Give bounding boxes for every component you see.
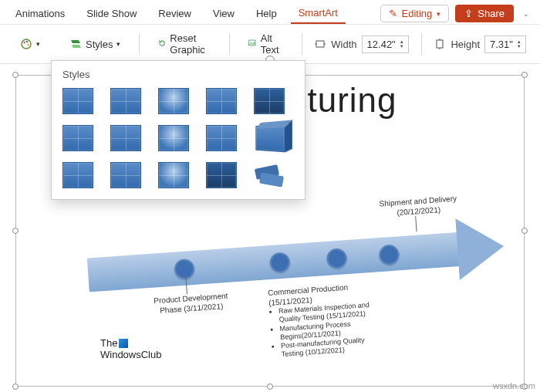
chevron-down-icon: ▾ [36,40,40,48]
tab-right-group: ✎ Editing ▾ ⇪ Share ⌄ [380,5,532,22]
tab-animations[interactable]: Animations [8,4,73,23]
palette-icon [20,38,32,50]
style-option[interactable] [158,162,189,188]
logo-line1: The [100,337,117,349]
callout-line [185,275,187,294]
width-spinner[interactable]: ▴▾ [400,39,403,49]
callout-commercial-production: Commercial Production (15/11/2021) Raw M… [268,281,380,360]
separator [139,33,140,55]
watermark: wsxdn.com [493,381,535,390]
pencil-icon: ✎ [389,8,397,19]
resize-handle[interactable] [12,384,19,390]
style-option[interactable] [254,88,285,114]
windowsclub-logo: The WindowsClub [100,337,161,360]
width-value: 12.42" [367,39,396,50]
tab-help[interactable]: Help [248,4,285,23]
style-option[interactable] [110,125,141,151]
styles-icon [69,38,82,50]
share-label: Share [478,8,505,19]
styles-button[interactable]: Styles ▾ [63,35,127,53]
tab-smartart[interactable]: SmartArt [291,3,346,24]
svg-point-5 [250,42,251,43]
height-input[interactable]: 7.31" ▴▾ [484,35,526,53]
callout-bullets: Raw Materials Inspection and Quality Tes… [278,300,380,359]
style-grid [62,88,294,188]
share-button[interactable]: ⇪ Share [455,5,514,22]
width-label: Width [331,39,356,50]
reset-icon [158,38,166,50]
style-option[interactable] [62,162,93,188]
style-option[interactable] [62,88,93,114]
svg-point-3 [27,44,29,46]
style-option[interactable] [62,125,93,151]
alt-text-icon [248,38,257,50]
style-option[interactable] [110,162,141,188]
style-option[interactable] [254,162,285,188]
resize-handle[interactable] [12,228,19,234]
svg-point-2 [26,41,28,42]
callout-line [415,216,417,231]
ribbon-tabs: Animations Slide Show Review View Help S… [0,0,540,25]
style-option[interactable] [255,124,285,153]
chevron-down-icon: ▾ [116,40,120,48]
logo-line2: WindowsClub [100,349,161,360]
reset-graphic-button[interactable]: Reset Graphic [152,29,217,59]
arrow-head-icon [455,215,505,280]
flyout-heading: Styles [62,69,294,80]
style-option[interactable] [206,125,237,151]
width-input[interactable]: 12.42" ▴▾ [362,35,409,53]
resize-handle[interactable] [521,72,528,78]
width-icon [314,38,326,50]
ribbon-collapse-icon[interactable]: ⌄ [520,7,532,21]
ribbon-group-colors: ▾ [8,35,52,53]
height-icon [434,38,446,50]
resize-handle[interactable] [521,228,528,234]
alt-text-label: Alt Text [261,32,283,56]
share-icon: ⇪ [464,8,473,19]
separator [302,33,302,55]
style-option[interactable] [206,162,237,188]
change-colors-button[interactable]: ▾ [14,35,46,53]
tab-slideshow[interactable]: Slide Show [79,4,144,23]
height-spinner[interactable]: ▴▾ [518,39,521,49]
height-value: 7.31" [490,39,513,50]
style-option[interactable] [110,88,141,114]
style-option[interactable] [158,88,189,114]
logo-square-icon [119,339,128,348]
resize-handle[interactable] [267,384,273,390]
separator [229,33,230,55]
ribbon-group-styles: Styles ▾ [57,35,133,53]
svg-rect-7 [437,40,443,48]
editing-mode-button[interactable]: ✎ Editing ▾ [380,5,450,22]
callout-shipment: Shipment and Delivery (20/12/2021) [376,194,463,235]
style-option[interactable] [206,88,237,114]
callout-product-dev: Product Development Phase (3/11/2021) [147,272,234,316]
svg-point-1 [23,42,25,43]
chevron-down-icon: ▾ [437,10,440,18]
tab-view[interactable]: View [205,4,242,23]
tab-review[interactable]: Review [150,4,199,23]
style-option[interactable] [158,125,189,151]
styles-label: Styles [86,39,113,50]
editing-label: Editing [402,8,433,19]
styles-flyout: Styles [51,60,305,200]
svg-point-0 [22,39,31,49]
svg-rect-6 [316,41,324,47]
separator [421,33,422,55]
height-label: Height [451,39,480,50]
resize-handle[interactable] [12,72,19,78]
alt-text-button[interactable]: Alt Text [242,29,289,59]
reset-graphic-label: Reset Graphic [170,32,211,56]
